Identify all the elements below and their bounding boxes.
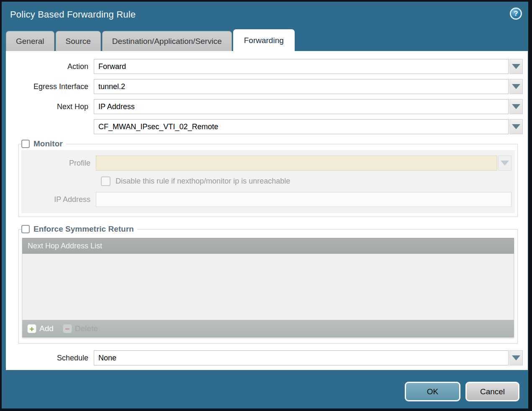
monitor-ip-address-value (96, 192, 511, 207)
monitor-ip-address-field-wrap (96, 192, 511, 207)
disable-rule-label: Disable this rule if nexthop/monitor ip … (116, 177, 290, 186)
tab-destination-application-service[interactable]: Destination/Application/Service (102, 31, 232, 51)
action-dropdown-button[interactable] (509, 59, 523, 74)
schedule-row: Schedule None (6, 350, 523, 365)
pbf-rule-dialog: Policy Based Forwarding Rule ? General S… (2, 2, 528, 408)
chevron-down-icon (512, 355, 520, 360)
tab-source[interactable]: Source (56, 31, 101, 51)
action-row: Action Forward (6, 59, 523, 74)
delete-button: − Delete (63, 324, 98, 333)
delete-button-label: Delete (75, 324, 98, 333)
chevron-down-icon (512, 104, 520, 109)
monitor-ip-address-label: IP Address (21, 192, 96, 207)
monitor-checkbox[interactable] (21, 140, 30, 148)
action-label: Action (6, 59, 94, 74)
egress-interface-row: Egress Interface tunnel.2 (6, 79, 523, 94)
disable-rule-row: Disable this rule if nexthop/monitor ip … (101, 176, 511, 186)
egress-interface-dropdown-button[interactable] (509, 79, 523, 94)
chevron-down-icon (512, 84, 520, 89)
next-hop-address-value[interactable]: CF_MWAN_IPsec_VTI_02_Remote (94, 119, 509, 134)
forwarding-panel: Action Forward Egress Interface tunnel.2 (6, 51, 528, 370)
cancel-button[interactable]: Cancel (465, 382, 519, 401)
next-hop-address-table-toolbar: + Add − Delete (22, 320, 514, 337)
next-hop-address-list-header-label: Next Hop Address List (28, 242, 102, 250)
profile-select (96, 156, 511, 171)
dialog-titlebar: Policy Based Forwarding Rule ? (2, 2, 528, 28)
disable-rule-checkbox (101, 176, 111, 186)
next-hop-address-select: CF_MWAN_IPsec_VTI_02_Remote (94, 119, 523, 134)
next-hop-address-table: Next Hop Address List + Add − Delete (22, 238, 514, 337)
egress-interface-label: Egress Interface (6, 79, 94, 94)
tab-forwarding[interactable]: Forwarding (233, 29, 295, 51)
next-hop-type-value[interactable]: IP Address (94, 99, 509, 114)
help-glyph: ? (514, 10, 518, 18)
tab-bar: General Source Destination/Application/S… (6, 28, 528, 51)
tab-general[interactable]: General (6, 31, 54, 51)
egress-interface-select: tunnel.2 (94, 79, 523, 94)
profile-value (96, 156, 497, 171)
schedule-value[interactable]: None (94, 350, 509, 365)
help-icon[interactable]: ? (510, 8, 522, 20)
schedule-select: None (94, 350, 523, 365)
profile-label: Profile (21, 156, 96, 171)
next-hop-address-table-body (22, 254, 514, 320)
enforce-symmetric-return-legend-label: Enforce Symmetric Return (33, 225, 134, 234)
monitor-group-body: Profile Disable this rule if nexthop/mon… (21, 150, 515, 213)
next-hop-address-dropdown-button[interactable] (509, 119, 523, 134)
chevron-down-icon (512, 124, 520, 129)
next-hop-type-select: IP Address (94, 99, 523, 114)
next-hop-row: Next Hop IP Address (6, 99, 523, 114)
chevron-down-icon (512, 64, 520, 69)
monitor-legend-label: Monitor (33, 139, 63, 148)
ok-button[interactable]: OK (405, 382, 460, 401)
chevron-down-icon (501, 161, 509, 166)
monitor-legend: Monitor (21, 139, 66, 148)
next-hop-type-dropdown-button[interactable] (509, 99, 523, 114)
monitor-group: Monitor Profile Disable (18, 139, 518, 217)
next-hop-address-row: CF_MWAN_IPsec_VTI_02_Remote (6, 119, 523, 134)
delete-minus-icon: − (63, 324, 72, 333)
enforce-symmetric-return-checkbox[interactable] (21, 225, 30, 233)
enforce-symmetric-return-group: Enforce Symmetric Return Next Hop Addres… (18, 225, 518, 344)
dialog-title: Policy Based Forwarding Rule (10, 9, 136, 20)
action-value[interactable]: Forward (94, 59, 509, 74)
next-hop-label: Next Hop (6, 99, 94, 114)
add-button-label: Add (39, 324, 54, 333)
schedule-label: Schedule (6, 350, 94, 365)
dialog-footer: OK Cancel (2, 370, 528, 408)
profile-row: Profile (21, 156, 511, 171)
action-select: Forward (94, 59, 523, 74)
screenshot-frame: Policy Based Forwarding Rule ? General S… (0, 0, 532, 411)
add-plus-icon: + (27, 324, 36, 333)
next-hop-address-table-header: Next Hop Address List (22, 238, 514, 254)
egress-interface-value[interactable]: tunnel.2 (94, 79, 509, 94)
profile-dropdown-button (498, 156, 511, 171)
add-button[interactable]: + Add (27, 324, 54, 333)
enforce-symmetric-return-legend: Enforce Symmetric Return (21, 225, 137, 234)
monitor-ip-address-row: IP Address (21, 192, 511, 207)
schedule-dropdown-button[interactable] (509, 350, 523, 365)
